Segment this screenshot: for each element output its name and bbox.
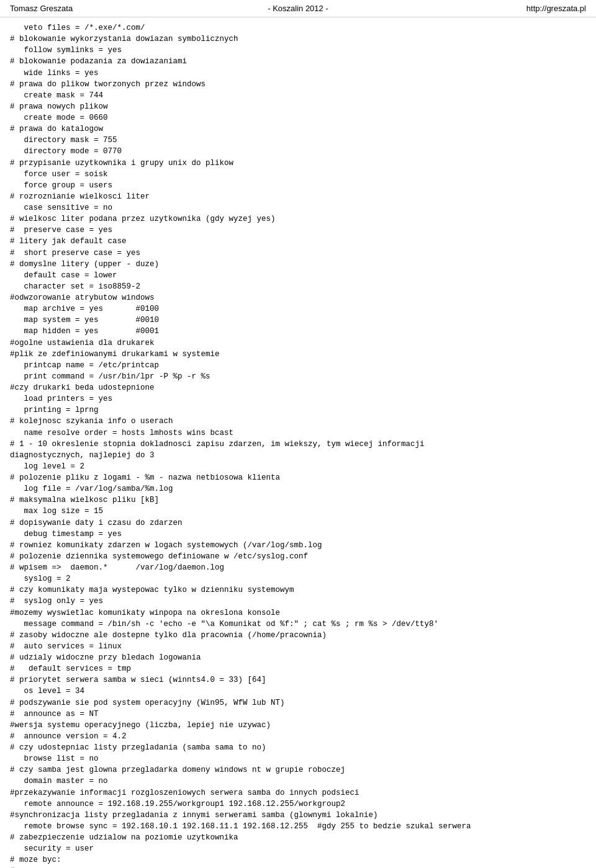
- page-header: Tomasz Greszata - Koszalin 2012 - http:/…: [0, 0, 596, 17]
- header-center: - Koszalin 2012 -: [202, 4, 394, 13]
- header-author: Tomasz Greszata: [10, 4, 202, 13]
- header-url: http://greszata.pl: [394, 4, 586, 13]
- code-content: veto files = /*.exe/*.com/ # blokowanie …: [0, 17, 596, 868]
